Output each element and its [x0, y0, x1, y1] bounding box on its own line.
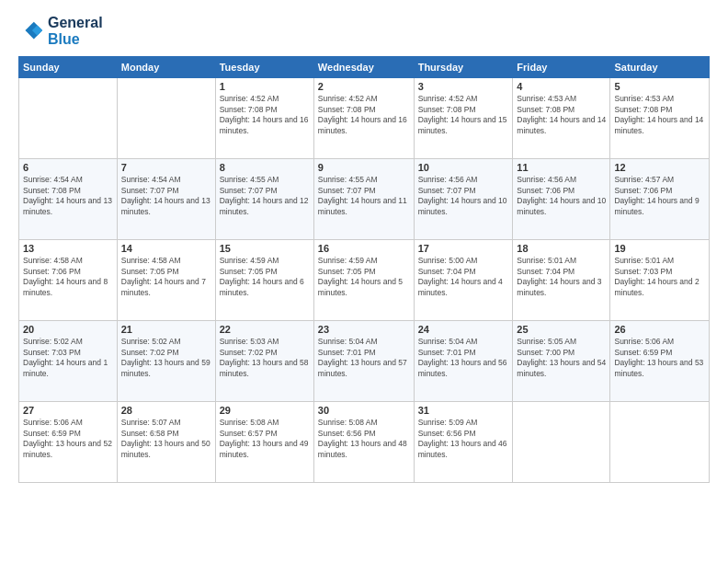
calendar-cell [117, 78, 215, 159]
calendar-cell: 10Sunrise: 4:56 AM Sunset: 7:07 PM Dayli… [414, 159, 513, 240]
day-info: Sunrise: 4:54 AM Sunset: 7:08 PM Dayligh… [23, 175, 113, 217]
week-row-2: 6Sunrise: 4:54 AM Sunset: 7:08 PM Daylig… [19, 159, 710, 240]
day-number: 14 [121, 243, 211, 254]
calendar-cell: 17Sunrise: 5:00 AM Sunset: 7:04 PM Dayli… [414, 240, 513, 321]
day-number: 16 [318, 243, 410, 254]
calendar-cell: 25Sunrise: 5:05 AM Sunset: 7:00 PM Dayli… [513, 321, 610, 402]
calendar-cell [610, 402, 710, 483]
day-info: Sunrise: 4:59 AM Sunset: 7:05 PM Dayligh… [318, 256, 410, 298]
calendar-cell: 22Sunrise: 5:03 AM Sunset: 7:02 PM Dayli… [215, 321, 313, 402]
day-number: 22 [220, 324, 310, 335]
day-info: Sunrise: 5:02 AM Sunset: 7:03 PM Dayligh… [23, 337, 113, 379]
day-info: Sunrise: 5:02 AM Sunset: 7:02 PM Dayligh… [121, 337, 211, 379]
day-info: Sunrise: 4:53 AM Sunset: 7:08 PM Dayligh… [614, 94, 705, 136]
day-number: 24 [418, 324, 509, 335]
day-number: 31 [418, 405, 509, 416]
logo: General Blue [18, 15, 103, 47]
day-number: 13 [23, 243, 113, 254]
day-number: 1 [220, 81, 310, 92]
day-number: 30 [318, 405, 410, 416]
logo-text: General Blue [48, 15, 103, 47]
day-info: Sunrise: 4:59 AM Sunset: 7:05 PM Dayligh… [220, 256, 310, 298]
day-number: 9 [318, 162, 410, 173]
day-number: 12 [614, 162, 705, 173]
day-number: 10 [418, 162, 509, 173]
calendar-cell: 5Sunrise: 4:53 AM Sunset: 7:08 PM Daylig… [610, 78, 710, 159]
calendar-cell: 9Sunrise: 4:55 AM Sunset: 7:07 PM Daylig… [313, 159, 414, 240]
header: General Blue [18, 15, 710, 47]
calendar-cell: 31Sunrise: 5:09 AM Sunset: 6:56 PM Dayli… [414, 402, 513, 483]
day-info: Sunrise: 4:54 AM Sunset: 7:07 PM Dayligh… [121, 175, 211, 217]
weekday-header-thursday: Thursday [414, 57, 513, 78]
day-number: 11 [517, 162, 606, 173]
day-number: 15 [220, 243, 310, 254]
day-number: 23 [318, 324, 410, 335]
day-info: Sunrise: 5:00 AM Sunset: 7:04 PM Dayligh… [418, 256, 509, 298]
day-info: Sunrise: 4:52 AM Sunset: 7:08 PM Dayligh… [418, 94, 509, 136]
weekday-header-tuesday: Tuesday [215, 57, 313, 78]
calendar-cell: 29Sunrise: 5:08 AM Sunset: 6:57 PM Dayli… [215, 402, 313, 483]
day-number: 7 [121, 162, 211, 173]
calendar-cell: 16Sunrise: 4:59 AM Sunset: 7:05 PM Dayli… [313, 240, 414, 321]
calendar-cell: 26Sunrise: 5:06 AM Sunset: 6:59 PM Dayli… [610, 321, 710, 402]
calendar-cell: 2Sunrise: 4:52 AM Sunset: 7:08 PM Daylig… [313, 78, 414, 159]
weekday-header-sunday: Sunday [19, 57, 118, 78]
calendar-cell: 13Sunrise: 4:58 AM Sunset: 7:06 PM Dayli… [19, 240, 118, 321]
day-number: 29 [220, 405, 310, 416]
day-info: Sunrise: 4:55 AM Sunset: 7:07 PM Dayligh… [318, 175, 410, 217]
day-info: Sunrise: 4:56 AM Sunset: 7:07 PM Dayligh… [418, 175, 509, 217]
day-number: 17 [418, 243, 509, 254]
day-number: 18 [517, 243, 606, 254]
day-info: Sunrise: 5:05 AM Sunset: 7:00 PM Dayligh… [517, 337, 606, 379]
day-number: 27 [23, 405, 113, 416]
day-number: 28 [121, 405, 211, 416]
day-number: 6 [23, 162, 113, 173]
day-info: Sunrise: 4:52 AM Sunset: 7:08 PM Dayligh… [220, 94, 310, 136]
calendar-cell: 7Sunrise: 4:54 AM Sunset: 7:07 PM Daylig… [117, 159, 215, 240]
calendar-cell: 30Sunrise: 5:08 AM Sunset: 6:56 PM Dayli… [313, 402, 414, 483]
day-number: 2 [318, 81, 410, 92]
weekday-header-saturday: Saturday [610, 57, 710, 78]
day-number: 5 [614, 81, 705, 92]
day-number: 19 [614, 243, 705, 254]
calendar-cell: 11Sunrise: 4:56 AM Sunset: 7:06 PM Dayli… [513, 159, 610, 240]
weekday-header-friday: Friday [513, 57, 610, 78]
day-info: Sunrise: 4:56 AM Sunset: 7:06 PM Dayligh… [517, 175, 606, 217]
calendar-cell: 4Sunrise: 4:53 AM Sunset: 7:08 PM Daylig… [513, 78, 610, 159]
week-row-4: 20Sunrise: 5:02 AM Sunset: 7:03 PM Dayli… [19, 321, 710, 402]
day-number: 26 [614, 324, 705, 335]
day-info: Sunrise: 5:07 AM Sunset: 6:58 PM Dayligh… [121, 418, 211, 460]
weekday-header-monday: Monday [117, 57, 215, 78]
day-info: Sunrise: 4:58 AM Sunset: 7:06 PM Dayligh… [23, 256, 113, 298]
calendar-cell: 20Sunrise: 5:02 AM Sunset: 7:03 PM Dayli… [19, 321, 118, 402]
week-row-1: 1Sunrise: 4:52 AM Sunset: 7:08 PM Daylig… [19, 78, 710, 159]
week-row-5: 27Sunrise: 5:06 AM Sunset: 6:59 PM Dayli… [19, 402, 710, 483]
day-info: Sunrise: 4:52 AM Sunset: 7:08 PM Dayligh… [318, 94, 410, 136]
page: General Blue SundayMondayTuesdayWednesda… [0, 0, 728, 563]
day-number: 8 [220, 162, 310, 173]
weekday-header-wednesday: Wednesday [313, 57, 414, 78]
day-info: Sunrise: 5:09 AM Sunset: 6:56 PM Dayligh… [418, 418, 509, 460]
calendar-cell: 12Sunrise: 4:57 AM Sunset: 7:06 PM Dayli… [610, 159, 710, 240]
day-info: Sunrise: 5:04 AM Sunset: 7:01 PM Dayligh… [418, 337, 509, 379]
day-info: Sunrise: 5:06 AM Sunset: 6:59 PM Dayligh… [23, 418, 113, 460]
calendar-cell: 3Sunrise: 4:52 AM Sunset: 7:08 PM Daylig… [414, 78, 513, 159]
calendar-cell: 24Sunrise: 5:04 AM Sunset: 7:01 PM Dayli… [414, 321, 513, 402]
day-number: 25 [517, 324, 606, 335]
day-info: Sunrise: 5:06 AM Sunset: 6:59 PM Dayligh… [614, 337, 705, 379]
logo-icon [18, 18, 44, 44]
day-info: Sunrise: 4:53 AM Sunset: 7:08 PM Dayligh… [517, 94, 606, 136]
day-info: Sunrise: 5:04 AM Sunset: 7:01 PM Dayligh… [318, 337, 410, 379]
day-info: Sunrise: 5:08 AM Sunset: 6:56 PM Dayligh… [318, 418, 410, 460]
weekday-header-row: SundayMondayTuesdayWednesdayThursdayFrid… [19, 57, 710, 78]
week-row-3: 13Sunrise: 4:58 AM Sunset: 7:06 PM Dayli… [19, 240, 710, 321]
calendar-cell [19, 78, 118, 159]
calendar-cell: 18Sunrise: 5:01 AM Sunset: 7:04 PM Dayli… [513, 240, 610, 321]
day-number: 21 [121, 324, 211, 335]
calendar-cell: 15Sunrise: 4:59 AM Sunset: 7:05 PM Dayli… [215, 240, 313, 321]
day-number: 4 [517, 81, 606, 92]
day-number: 3 [418, 81, 509, 92]
day-number: 20 [23, 324, 113, 335]
calendar-cell: 6Sunrise: 4:54 AM Sunset: 7:08 PM Daylig… [19, 159, 118, 240]
calendar-cell: 19Sunrise: 5:01 AM Sunset: 7:03 PM Dayli… [610, 240, 710, 321]
